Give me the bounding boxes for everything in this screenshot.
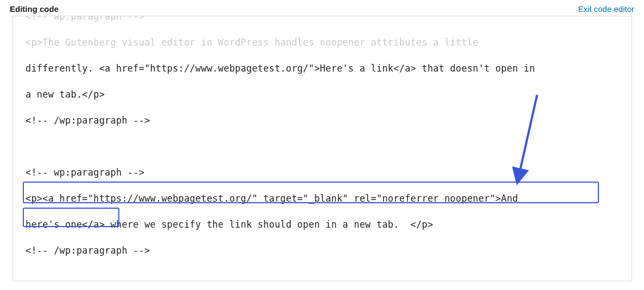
editor-header: Editing code Exit code editor: [0, 0, 644, 16]
code-line-8: <p><a href="https://www.webpagetest.org/…: [25, 193, 524, 204]
code-line-9: here's one</a> where we specify the link…: [25, 219, 433, 230]
code-line-5: <!-- /wp:paragraph -->: [25, 115, 150, 126]
code-line-10: <!-- /wp:paragraph -->: [25, 245, 150, 256]
code-line-3: differently. <a href="https://www.webpag…: [25, 63, 541, 74]
code-line-1: <!-- wp:paragraph -->: [25, 16, 144, 22]
code-line-7: <!-- wp:paragraph -->: [25, 167, 144, 178]
code-textarea[interactable]: <!-- wp:paragraph --> <p>The Gutenberg v…: [12, 16, 632, 263]
editing-code-title: Editing code: [10, 4, 59, 14]
code-editor-frame: <!-- wp:paragraph --> <p>The Gutenberg v…: [12, 16, 632, 281]
code-line-2: <p>The Gutenberg visual editor in WordPr…: [25, 37, 484, 48]
exit-code-editor-link[interactable]: Exit code editor: [578, 4, 634, 14]
code-line-4: a new tab.</p>: [25, 89, 105, 100]
